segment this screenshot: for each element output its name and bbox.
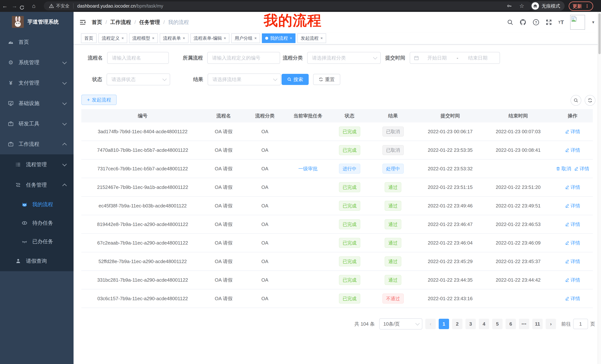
name-input[interactable] <box>107 52 169 64</box>
close-icon[interactable]: × <box>320 36 323 41</box>
current-task-link[interactable]: 一级审批 <box>298 165 318 172</box>
chevron-down-icon <box>373 55 377 59</box>
tab-user-group[interactable]: 用户分组× <box>231 33 260 43</box>
row-id: 7470a810-7b9b-11ec-b5b7-acde48001122 <box>81 147 204 153</box>
page-button-2[interactable]: 2 <box>452 319 462 329</box>
password-key-icon[interactable] <box>507 3 512 9</box>
incognito-icon <box>531 2 539 10</box>
scrollbar-thumb[interactable] <box>598 13 601 54</box>
more-pages-button[interactable]: ••• <box>519 319 529 329</box>
page-button-11[interactable]: 11 <box>532 319 543 329</box>
sidebar-item-dev-tools[interactable]: 研发工具 <box>0 114 74 134</box>
tab-process-definition[interactable]: 流程定义× <box>99 33 127 43</box>
detail-link[interactable]: 详情 <box>565 128 580 135</box>
detail-link[interactable]: 详情 <box>565 147 580 153</box>
result-select[interactable]: 请选择流结果 <box>208 74 281 85</box>
detail-link[interactable]: 详情 <box>565 277 580 283</box>
start-process-button[interactable]: + 发起流程 <box>81 95 117 105</box>
reset-button[interactable]: 重置 <box>313 74 340 85</box>
search-button[interactable]: 搜索 <box>281 74 309 85</box>
sidebar-item-payment[interactable]: ¥ 支付管理 <box>0 73 74 93</box>
browser-back-icon[interactable]: ← <box>0 0 10 12</box>
tab-home[interactable]: 首页 <box>81 33 97 43</box>
date-range-input[interactable]: 开始日期 - 结束日期 <box>410 52 500 64</box>
detail-link[interactable]: 详情 <box>565 258 580 265</box>
dashboard-icon <box>7 39 14 45</box>
sidebar-toggle-icon[interactable] <box>80 19 86 25</box>
filter-submit-time: 提交时间 开始日期 - 结束日期 <box>385 52 500 64</box>
table-row: 03c6c157-7b9a-11ec-a290-acde48001122 OA … <box>81 289 593 308</box>
chevron-down-icon <box>62 101 67 105</box>
table-row: 331bc281-7b9a-11ec-a290-acde48001122 OA … <box>81 271 593 289</box>
status-badge: 已完成 <box>339 219 360 229</box>
browser-menu-icon[interactable]: ⋮ <box>585 3 589 9</box>
avatar[interactable] <box>570 15 585 30</box>
sidebar-item-leave-query[interactable]: 请假查询 <box>0 251 74 271</box>
result-badge: 已取消 <box>382 145 404 155</box>
table-search-toggle-button[interactable] <box>571 95 581 106</box>
goto-page-input[interactable] <box>573 319 588 329</box>
browser-toolbar: ← → ⌂ 不安全 dashboard.yudao.iocoder.cn/bpm… <box>0 0 601 12</box>
category-select[interactable]: 请选择流程分类 <box>307 52 381 64</box>
address-bar[interactable]: 不安全 dashboard.yudao.iocoder.cn/bpm/task/… <box>44 1 532 10</box>
browser-reload-icon[interactable] <box>19 2 29 10</box>
browser-forward-icon[interactable]: → <box>10 0 19 12</box>
page-button-5[interactable]: 5 <box>492 319 502 329</box>
page-button-6[interactable]: 6 <box>506 319 516 329</box>
detail-link[interactable]: 详情 <box>565 221 580 228</box>
status-select[interactable]: 请选择状态 <box>107 74 170 85</box>
browser-home-icon[interactable]: ⌂ <box>29 0 39 12</box>
breadcrumb-task-management[interactable]: 任务管理 <box>139 19 160 26</box>
table-refresh-button[interactable] <box>585 95 595 106</box>
sidebar-item-workflow[interactable]: 工作流程 <box>0 134 74 154</box>
close-icon[interactable]: × <box>152 36 155 41</box>
font-size-icon[interactable]: TT <box>558 19 564 25</box>
github-icon[interactable] <box>520 19 526 26</box>
page-size-select[interactable]: 10条/页 <box>379 318 422 329</box>
sidebar-item-home[interactable]: 首页 <box>0 32 74 52</box>
sidebar-item-infrastructure[interactable]: 基础设施 <box>0 93 74 114</box>
breadcrumb-workflow[interactable]: 工作流程 <box>110 19 131 26</box>
detail-link[interactable]: 详情 <box>565 203 580 209</box>
header-actions: ? TT ▼ <box>507 12 595 33</box>
definition-input[interactable] <box>207 52 280 64</box>
help-icon[interactable]: ? <box>533 19 539 26</box>
breadcrumb-home[interactable]: 首页 <box>92 19 102 26</box>
next-page-button[interactable]: › <box>546 319 556 329</box>
cancel-link[interactable]: 取消 <box>556 165 571 172</box>
tab-start-process[interactable]: 发起流程× <box>297 33 326 43</box>
sidebar-item-my-process[interactable]: 我的流程 <box>0 195 74 214</box>
detail-link[interactable]: 详情 <box>565 184 580 191</box>
page-button-4[interactable]: 4 <box>479 319 489 329</box>
tab-process-form-edit[interactable]: 流程表单-编辑× <box>190 33 230 43</box>
close-icon[interactable]: × <box>224 36 226 41</box>
browser-update-button[interactable]: 更新 ⋮ <box>569 1 593 11</box>
page-button-1[interactable]: 1 <box>439 319 449 329</box>
prev-page-button[interactable]: ‹ <box>425 319 436 329</box>
app-logo <box>12 16 24 28</box>
search-icon[interactable] <box>507 19 513 25</box>
tab-process-model[interactable]: 流程模型× <box>129 33 158 43</box>
sidebar-item-done-tasks[interactable]: 已办任务 <box>0 232 74 251</box>
sidebar-item-task-management[interactable]: 任务管理 <box>0 175 74 195</box>
detail-link[interactable]: 详情 <box>565 295 580 302</box>
date-start-placeholder: 开始日期 <box>419 55 455 61</box>
close-icon[interactable]: × <box>183 36 185 41</box>
sidebar-item-process-management[interactable]: 流程管理 <box>0 154 74 175</box>
close-icon[interactable]: × <box>254 36 257 41</box>
tab-process-form[interactable]: 流程表单× <box>160 33 189 43</box>
url-host: dashboard.yudao.iocoder.cn <box>77 3 136 9</box>
close-icon[interactable]: × <box>290 36 292 41</box>
result-badge: 已取消 <box>382 126 404 136</box>
detail-link[interactable]: 详情 <box>574 165 589 172</box>
tab-my-process[interactable]: 我的流程× <box>262 33 295 43</box>
detail-link[interactable]: 详情 <box>565 240 580 246</box>
sidebar-item-system[interactable]: ⚙ 系统管理 <box>0 52 74 73</box>
avatar-caret-icon[interactable]: ▼ <box>591 20 595 25</box>
close-icon[interactable]: × <box>121 36 124 41</box>
result-badge: 通过 <box>385 238 401 248</box>
page-button-3[interactable]: 3 <box>465 319 476 329</box>
fullscreen-icon[interactable] <box>546 19 552 25</box>
sidebar-item-todo-tasks[interactable]: 待办任务 <box>0 214 74 232</box>
bookmark-star-icon[interactable]: ☆ <box>519 0 524 12</box>
